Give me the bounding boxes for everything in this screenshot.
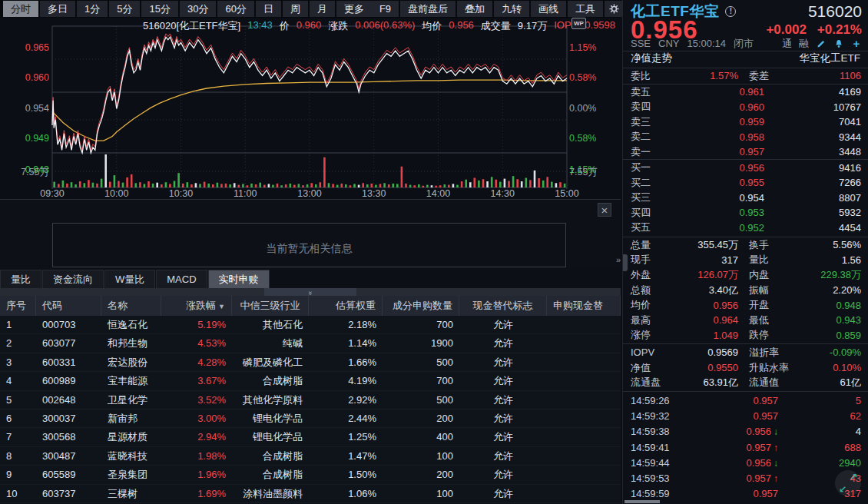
- menu-item-F9[interactable]: F9: [372, 1, 399, 17]
- bid-row-3[interactable]: 买三0.9548807: [623, 191, 868, 206]
- menu-item-九转[interactable]: 九转: [494, 1, 529, 17]
- menu-item-叠加[interactable]: 叠加: [457, 1, 492, 17]
- collapse-handle[interactable]: »: [264, 288, 356, 296]
- cell-chg: 3.52%: [161, 391, 232, 409]
- table-row[interactable]: 6300037新宙邦3.00%锂电化学品2.44%200允许: [0, 410, 621, 428]
- menu-item-周[interactable]: 周: [283, 1, 308, 17]
- stat-label: 总量: [631, 238, 675, 252]
- volume-bar: [551, 182, 553, 187]
- column-header-估算权重[interactable]: 估算权重: [309, 296, 383, 316]
- menu-item-60分[interactable]: 60分: [217, 1, 253, 17]
- stat-label: 均价: [631, 298, 675, 312]
- table-row[interactable]: 10603737三棵树1.69%涂料油墨颜料1.06%100允许: [0, 485, 621, 503]
- bid-row-2[interactable]: 买二0.9557266: [623, 175, 868, 191]
- expand-icon[interactable]: ↗↙: [835, 470, 861, 496]
- table-row[interactable]: 1000703恒逸石化5.19%其他石化2.18%700允许: [0, 316, 621, 334]
- volume-bar: [109, 182, 111, 187]
- scrollbar-thumb[interactable]: [624, 500, 660, 503]
- volume-bar: [516, 179, 518, 187]
- bid-row-4[interactable]: 买四0.9535932: [623, 205, 868, 220]
- chart-info-bar: 516020[化工ETF华宝]13:43价0.960涨跌0.006(0.63%)…: [143, 19, 641, 31]
- intraday-chart-canvas[interactable]: [0, 18, 621, 199]
- cell-flag: 允许: [459, 447, 547, 465]
- ask-row-2[interactable]: 卖二0.9589344: [623, 130, 868, 145]
- menu-item-更多[interactable]: 更多: [336, 1, 372, 17]
- menu-item-日[interactable]: 日: [256, 1, 281, 17]
- info-icon[interactable]: !: [725, 6, 736, 17]
- tick-time: 14:59:59: [631, 488, 689, 499]
- intraday-chart[interactable]: 516020[化工ETF华宝]13:43价0.960涨跌0.006(0.63%)…: [0, 18, 621, 199]
- volume-bar: [336, 185, 339, 187]
- menu-item-5分[interactable]: 5分: [109, 1, 140, 17]
- tab-实时申赎[interactable]: 实时申赎: [208, 270, 270, 288]
- bid-row-1[interactable]: 买一0.9569416: [623, 161, 868, 176]
- volume-bar: [328, 183, 330, 187]
- menu-item-30分[interactable]: 30分: [180, 1, 216, 17]
- cell-name: 圣泉集团: [101, 466, 161, 483]
- volume-bar: [161, 184, 163, 187]
- tick-count: 62: [778, 410, 861, 422]
- chart-section: 分时多日1分5分15分30分60分日周月更多 F9盘前盘后叠加九转画线工具?› …: [0, 0, 621, 504]
- volume-bar: [306, 184, 309, 187]
- ask-row-5[interactable]: 卖五0.9614169: [623, 85, 868, 100]
- volume-bar: [156, 183, 158, 187]
- time-tick-label: 10:30: [169, 188, 193, 199]
- bell-icon[interactable]: [833, 38, 844, 49]
- menu-item-月[interactable]: 月: [310, 1, 335, 17]
- add-icon[interactable]: +: [851, 38, 862, 49]
- cell-cash: [547, 391, 621, 409]
- gear-icon[interactable]: [605, 1, 623, 17]
- volume-bar: [165, 182, 167, 187]
- ask-row-4[interactable]: 卖四0.96010767: [623, 100, 868, 115]
- column-header-中信三级行业[interactable]: 中信三级行业: [232, 296, 309, 316]
- level-volume: 10767: [769, 101, 861, 113]
- menu-item-工具[interactable]: 工具: [568, 1, 603, 17]
- tab-W量比[interactable]: W量比: [104, 270, 155, 288]
- nav-trend-label[interactable]: 净值走势: [631, 51, 672, 67]
- volume-bar: [220, 184, 223, 187]
- column-header-申购现金替[interactable]: 申购现金替: [547, 296, 621, 316]
- table-row[interactable]: 9605589圣泉集团1.96%合成树脂1.50%200允许: [0, 466, 621, 484]
- menu-item-画线[interactable]: 画线: [531, 1, 566, 17]
- level-label: 买一: [631, 161, 666, 174]
- table-row[interactable]: 5002648卫星化学3.52%其他化学原料2.92%500允许: [0, 391, 621, 410]
- ask-row-3[interactable]: 卖三0.9597041: [623, 114, 868, 130]
- tab-资金流向[interactable]: 资金流向: [42, 270, 104, 288]
- menu-item-盘前盘后[interactable]: 盘前盘后: [400, 1, 456, 17]
- level-volume: 3448: [769, 146, 861, 158]
- edit-icon[interactable]: [816, 38, 827, 49]
- stat-label: IOPV: [631, 346, 675, 358]
- table-row[interactable]: 3600331宏达股份4.28%磷肥及磷化工1.66%500允许: [0, 353, 621, 372]
- tab-量比[interactable]: 量比: [0, 270, 41, 288]
- tick-time: 14:59:44: [631, 457, 689, 469]
- table-row[interactable]: 4600989宝丰能源3.67%合成树脂4.19%700允许: [0, 372, 621, 390]
- menu-item-多日[interactable]: 多日: [40, 1, 75, 17]
- volume-bar: [79, 181, 81, 187]
- collapse-bar[interactable]: »: [0, 288, 621, 296]
- cell-flag: 允许: [459, 466, 547, 483]
- column-header-涨跌幅[interactable]: 涨跌幅▼: [161, 296, 232, 316]
- table-row[interactable]: 2603077和邦生物4.53%纯碱1.14%1900允许: [0, 334, 621, 353]
- menu-item-分时[interactable]: 分时: [3, 1, 38, 17]
- collapse-right-icon[interactable]: »: [616, 255, 621, 264]
- volume-bar: [534, 171, 536, 187]
- volume-bar: [564, 184, 566, 187]
- menu-item-15分[interactable]: 15分: [141, 1, 177, 17]
- column-header-名称[interactable]: 名称: [101, 296, 161, 316]
- menu-item-1分[interactable]: 1分: [77, 1, 108, 17]
- panel-collapse-handle[interactable]: [623, 254, 628, 271]
- bid-row-5[interactable]: 买五0.9524454: [623, 220, 868, 236]
- column-header-成分申购数量[interactable]: 成分申购数量: [383, 296, 459, 316]
- tab-MACD[interactable]: MACD: [156, 270, 207, 288]
- ask-row-1[interactable]: 卖一0.9573448: [623, 144, 868, 160]
- stat-row: 净值0.9550升贴水率0.10%: [623, 360, 868, 376]
- level-volume: 9344: [769, 131, 861, 143]
- column-header-代码[interactable]: 代码: [36, 296, 101, 316]
- wencai-icon[interactable]: WP: [571, 18, 586, 29]
- cell-code: 300037: [36, 410, 101, 427]
- table-row[interactable]: 7300568星源材质2.94%锂电化学品1.25%400允许: [0, 428, 621, 446]
- column-header-现金替代标志[interactable]: 现金替代标志: [459, 296, 547, 316]
- table-row[interactable]: 8300487蓝晓科技1.98%合成树脂1.47%100允许: [0, 447, 621, 466]
- column-header-序号[interactable]: 序号: [0, 296, 36, 316]
- close-icon[interactable]: ×: [598, 203, 611, 217]
